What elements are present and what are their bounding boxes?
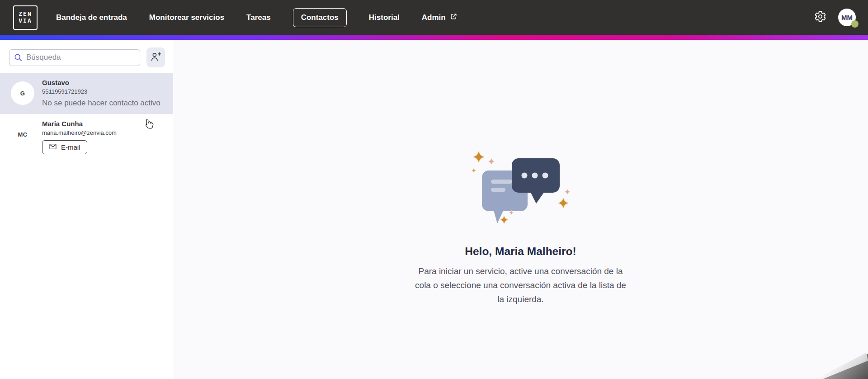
nav-menu: Bandeja de entrada Monitorear servicios … bbox=[56, 8, 458, 27]
contact-list: G Gustavo 55119591721923 No se puede hac… bbox=[0, 73, 173, 156]
top-navigation: ZEN VIA Bandeja de entrada Monitorear se… bbox=[0, 0, 868, 35]
search-input[interactable] bbox=[9, 49, 140, 66]
contact-email: maria.malheiro@zenvia.com bbox=[42, 129, 117, 136]
nav-item-admin[interactable]: Admin bbox=[422, 13, 458, 23]
email-button-label: E-mail bbox=[61, 143, 80, 151]
nav-item-monitorear-servicios[interactable]: Monitorear servicios bbox=[149, 13, 224, 22]
add-contact-button[interactable] bbox=[146, 47, 165, 67]
contact-row-gustavo[interactable]: G Gustavo 55119591721923 No se puede hac… bbox=[0, 73, 173, 114]
envelope-icon bbox=[49, 142, 57, 152]
empty-state-panel: Helo, Maria Malheiro! Para iniciar un se… bbox=[173, 40, 868, 379]
greeting-heading: Helo, Maria Malheiro! bbox=[173, 245, 868, 258]
nav-item-admin-label: Admin bbox=[422, 13, 446, 22]
instructions-text: Para iniciar un servicio, active una con… bbox=[413, 264, 629, 306]
contact-name: Gustavo bbox=[42, 79, 160, 86]
page-curl-corner[interactable] bbox=[816, 353, 868, 379]
external-link-icon bbox=[450, 13, 458, 23]
avatar-initials: MM bbox=[841, 14, 853, 21]
nav-item-bandeja-de-entrada[interactable]: Bandeja de entrada bbox=[56, 13, 127, 22]
zenvia-logo[interactable]: ZEN VIA bbox=[13, 5, 38, 30]
logo-text-top: ZEN bbox=[19, 11, 32, 17]
nav-item-tareas[interactable]: Tareas bbox=[246, 13, 271, 22]
contact-row-maria-cunha[interactable]: MC Maria Cunha maria.malheiro@zenvia.com… bbox=[0, 114, 173, 156]
logo-text-bottom: VIA bbox=[19, 18, 32, 24]
contact-name: Maria Cunha bbox=[42, 120, 117, 128]
contact-avatar: MC bbox=[11, 123, 34, 146]
settings-button[interactable] bbox=[813, 10, 827, 25]
user-avatar[interactable]: MM bbox=[838, 9, 856, 26]
brand-gradient-bar bbox=[0, 35, 868, 40]
contacts-sidebar: G Gustavo 55119591721923 No se puede hac… bbox=[0, 40, 173, 379]
online-status-dot bbox=[851, 20, 859, 28]
contact-status-text: No se puede hacer contacto activo bbox=[42, 99, 160, 108]
nav-right-cluster: MM bbox=[813, 9, 856, 26]
nav-item-historial[interactable]: Historial bbox=[369, 13, 400, 22]
search-icon bbox=[14, 53, 23, 64]
email-button[interactable]: E-mail bbox=[42, 140, 87, 154]
chat-bubbles-illustration bbox=[465, 145, 583, 228]
person-add-icon bbox=[150, 51, 161, 64]
contact-phone: 55119591721923 bbox=[42, 88, 160, 95]
contact-avatar: G bbox=[11, 81, 34, 105]
nav-item-contactos[interactable]: Contactos bbox=[293, 8, 347, 27]
gear-icon bbox=[814, 10, 826, 24]
